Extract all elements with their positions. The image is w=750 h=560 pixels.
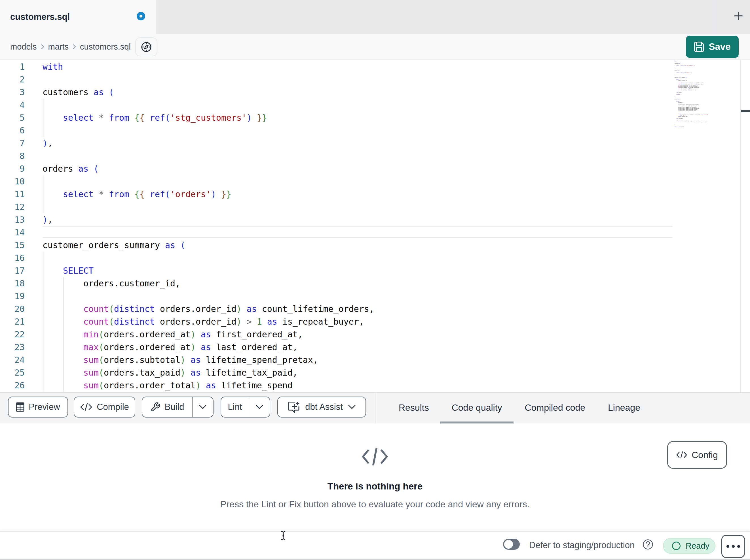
code-line[interactable]: sum(orders.tax_paid) as lifetime_tax_pai… — [42, 366, 374, 379]
line-number: 16 — [0, 251, 42, 264]
tab-title: customers.sql — [10, 0, 70, 34]
editor-toolbar: Preview Compile Build — [0, 392, 750, 423]
code-line[interactable]: with — [42, 60, 374, 73]
navigate-button[interactable] — [135, 37, 157, 56]
line-number: 14 — [0, 226, 42, 239]
code-line[interactable]: orders.customer_id, — [42, 277, 374, 290]
breadcrumb-item-marts[interactable]: marts — [48, 42, 69, 51]
code-line[interactable] — [42, 149, 374, 162]
code-line[interactable]: max(orders.ordered_at) as last_ordered_a… — [42, 341, 374, 353]
code-line[interactable]: SELECT — [42, 264, 374, 277]
code-line[interactable] — [42, 251, 374, 264]
line-number: 19 — [0, 290, 42, 303]
save-icon — [694, 41, 704, 52]
dbt-assist-button[interactable]: dbt Assist — [277, 397, 366, 417]
code-line[interactable] — [42, 175, 374, 188]
code-line[interactable]: ), — [42, 137, 374, 149]
compile-label: Compile — [97, 402, 129, 412]
empty-state-subtitle: Press the Lint or Fix button above to ev… — [0, 499, 750, 510]
line-number: 25 — [0, 366, 42, 379]
lint-split-button: Lint — [221, 397, 270, 417]
line-number: 7 — [0, 137, 42, 149]
line-number: 6 — [0, 124, 42, 137]
text-cursor-pointer — [281, 531, 285, 540]
line-number: 11 — [0, 188, 42, 201]
breadcrumb-separator-icon — [41, 44, 44, 50]
preview-button[interactable]: Preview — [8, 397, 68, 417]
ready-label: Ready — [686, 541, 709, 551]
tab-code-quality[interactable]: Code quality — [440, 393, 514, 423]
line-number: 9 — [0, 162, 42, 175]
code-line[interactable]: select * from {{ ref('stg_customers') }} — [42, 111, 374, 124]
tab-lineage[interactable]: Lineage — [597, 393, 652, 423]
line-number: 12 — [0, 201, 42, 213]
minimap[interactable]: with customers as ( select * from {{ ref… — [675, 61, 740, 392]
code-line[interactable] — [42, 124, 374, 137]
defer-toggle[interactable] — [503, 539, 520, 550]
code-icon — [80, 403, 93, 411]
code-line[interactable]: ), — [42, 213, 374, 226]
line-number: 22 — [0, 328, 42, 341]
more-options-button[interactable] — [722, 535, 745, 558]
code-line[interactable]: min(orders.ordered_at) as first_ordered_… — [42, 328, 374, 341]
code-line[interactable] — [42, 99, 374, 111]
compile-button[interactable]: Compile — [74, 397, 135, 417]
breadcrumb-item-file[interactable]: customers.sql — [80, 42, 131, 51]
lint-label: Lint — [228, 402, 242, 412]
line-number: 17 — [0, 264, 42, 277]
chevron-down-icon — [256, 405, 263, 410]
build-label: Build — [165, 402, 184, 412]
code-line[interactable] — [42, 73, 374, 86]
breadcrumb-bar: models marts customers.sql — [0, 34, 750, 60]
code-line[interactable] — [42, 201, 374, 213]
chevron-down-icon — [199, 405, 207, 410]
breadcrumb-item-models[interactable]: models — [10, 42, 37, 51]
config-label: Config — [692, 450, 718, 460]
breadcrumb: models marts customers.sql — [10, 34, 131, 60]
build-split-button: Build — [142, 397, 214, 417]
code-line[interactable]: count(distinct orders.order_id) as count… — [42, 303, 374, 315]
tab-customers-sql[interactable]: customers.sql — [0, 0, 157, 34]
code-line[interactable]: sum(orders.order_total) as lifetime_spen… — [42, 379, 374, 392]
code-line[interactable]: orders as ( — [42, 162, 374, 175]
empty-state-title: There is nothing here — [0, 481, 750, 492]
line-number: 15 — [0, 239, 42, 251]
help-icon[interactable] — [643, 539, 653, 550]
code-line[interactable] — [42, 226, 374, 239]
panel-tabs: Results Code quality Compiled code Linea… — [387, 393, 652, 423]
status-bar — [0, 531, 750, 560]
compass-icon — [141, 41, 152, 53]
build-button[interactable]: Build — [142, 397, 192, 417]
scrollbar-marker[interactable] — [741, 110, 750, 112]
code-line[interactable]: customer_orders_summary as ( — [42, 239, 374, 251]
code-line[interactable] — [42, 290, 374, 303]
tab-compiled-code[interactable]: Compiled code — [514, 393, 597, 423]
dbt-assist-label: dbt Assist — [305, 402, 343, 412]
lint-button[interactable]: Lint — [221, 397, 249, 417]
line-number: 23 — [0, 341, 42, 353]
code-slash-icon — [361, 447, 389, 466]
line-number: 3 — [0, 86, 42, 99]
code-line[interactable]: select * from {{ ref('orders') }} — [42, 188, 374, 201]
line-number: 26 — [0, 379, 42, 392]
new-tab-button[interactable] — [734, 11, 743, 20]
chevron-down-icon — [348, 405, 356, 410]
save-label: Save — [709, 41, 730, 52]
code-line[interactable]: sum(orders.subtotal) as lifetime_spend_p… — [42, 353, 374, 366]
tabbar-divider — [716, 0, 716, 34]
unsaved-changes-dot-icon — [137, 12, 145, 20]
code-editor[interactable]: 1234567891011121314151617181920212223242… — [0, 60, 750, 392]
build-dropdown-button[interactable] — [193, 397, 213, 417]
line-number: 1 — [0, 60, 42, 73]
toolbar-divider — [375, 393, 375, 423]
line-number: 2 — [0, 73, 42, 86]
config-button[interactable]: Config — [667, 441, 727, 469]
save-button[interactable]: Save — [686, 36, 739, 58]
line-number: 13 — [0, 213, 42, 226]
wrench-icon — [150, 402, 160, 412]
lint-dropdown-button[interactable] — [249, 397, 270, 417]
code-line[interactable]: count(distinct orders.order_id) > 1 as i… — [42, 315, 374, 328]
code-line[interactable]: customers as ( — [42, 86, 374, 99]
tab-results[interactable]: Results — [387, 393, 440, 423]
code-content[interactable]: with customers as ( select * from {{ ref… — [42, 60, 374, 392]
